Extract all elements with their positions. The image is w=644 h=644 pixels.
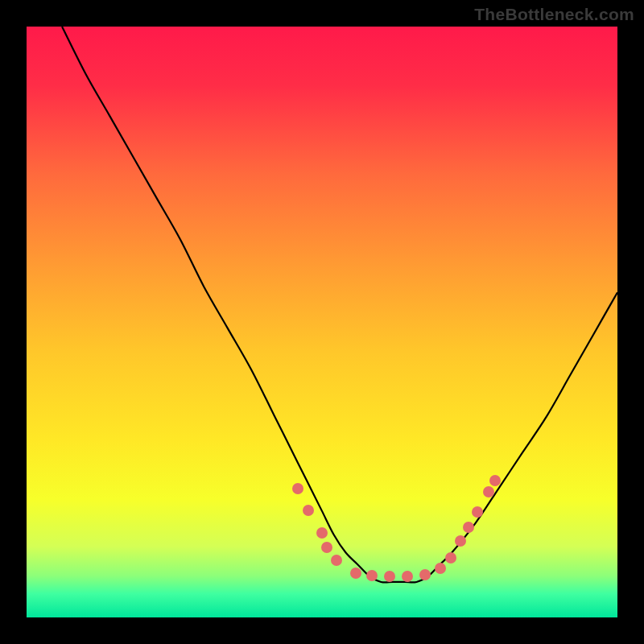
sweet-spot-dot [445, 552, 456, 564]
sweet-spot-dot [321, 542, 332, 553]
sweet-spot-dot [489, 475, 501, 486]
sweet-spot-dot [316, 527, 328, 539]
sweet-spot-dot [350, 568, 361, 579]
sweet-spot-dot [419, 569, 431, 580]
sweet-spot-dot [483, 486, 494, 497]
sweet-spot-dot [331, 555, 342, 566]
sweet-spot-dot [292, 483, 303, 494]
sweet-spot-dot [384, 571, 395, 582]
sweet-spot-dot [455, 535, 466, 547]
sweet-spot-dot [402, 571, 413, 582]
bottleneck-chart [0, 0, 644, 644]
sweet-spot-dot [435, 563, 446, 574]
sweet-spot-dot [366, 570, 378, 581]
watermark-text: TheBottleneck.com [474, 5, 634, 24]
sweet-spot-dot [463, 522, 474, 533]
sweet-spot-dot [303, 505, 314, 516]
sweet-spot-dot [472, 506, 483, 518]
chart-stage: TheBottleneck.com [0, 0, 644, 644]
